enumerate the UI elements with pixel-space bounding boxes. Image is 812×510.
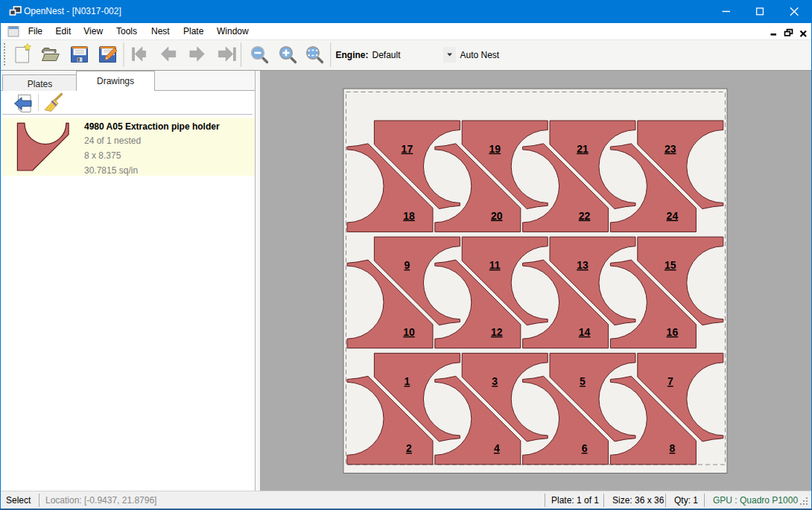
svg-text:17: 17 <box>402 142 413 154</box>
svg-text:4: 4 <box>494 442 500 454</box>
svg-text:9: 9 <box>405 258 410 270</box>
svg-text:15: 15 <box>664 258 676 270</box>
svg-text:10: 10 <box>403 325 415 337</box>
svg-text:13: 13 <box>577 258 589 270</box>
svg-text:11: 11 <box>489 258 501 270</box>
svg-text:23: 23 <box>664 142 676 154</box>
svg-text:21: 21 <box>577 142 589 154</box>
svg-text:18: 18 <box>403 209 415 221</box>
svg-text:2: 2 <box>406 442 412 454</box>
svg-text:3: 3 <box>492 375 498 387</box>
svg-text:16: 16 <box>667 325 679 337</box>
svg-text:7: 7 <box>667 375 673 387</box>
svg-text:8: 8 <box>670 442 676 454</box>
svg-text:22: 22 <box>579 209 591 221</box>
svg-text:14: 14 <box>579 325 591 337</box>
svg-text:24: 24 <box>667 209 679 221</box>
svg-text:20: 20 <box>491 209 503 221</box>
svg-text:19: 19 <box>489 142 501 154</box>
svg-text:1: 1 <box>405 375 410 387</box>
svg-text:12: 12 <box>491 325 503 337</box>
svg-text:6: 6 <box>582 442 588 454</box>
svg-text:5: 5 <box>580 375 586 387</box>
